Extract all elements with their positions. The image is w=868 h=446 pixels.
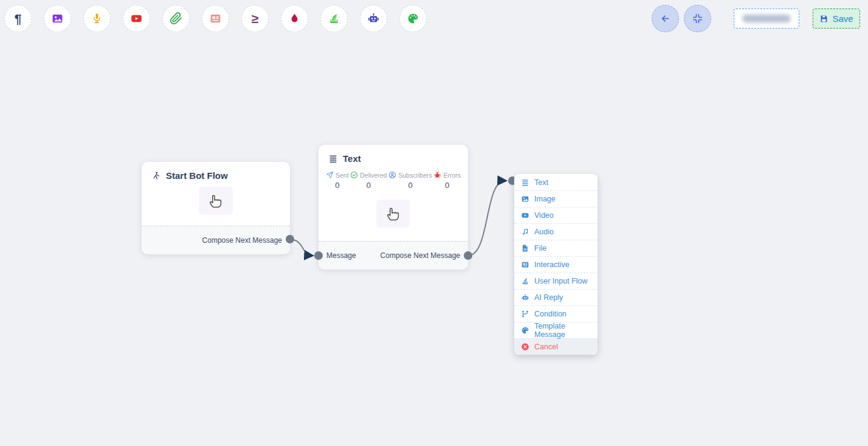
edge-text-to-menu [468, 181, 505, 256]
edge-start-to-text [290, 239, 312, 256]
stat-label: Sent [336, 172, 349, 179]
circle-check-icon [350, 171, 358, 179]
menu-item-condition[interactable]: Condition [514, 305, 598, 322]
back-button[interactable] [652, 5, 679, 32]
paragraph-icon: ¶ [15, 12, 22, 25]
arrow-left-icon [660, 13, 671, 24]
stat-value: 0 [445, 181, 449, 190]
menu-item-label: User Input Flow [534, 277, 588, 285]
start-node-footer: Compose Next Message [142, 226, 290, 254]
toolbar-template-message-button[interactable] [399, 5, 427, 32]
text-node-footer: Message Compose Next Message [319, 241, 468, 270]
fit-view-button[interactable] [684, 5, 711, 32]
greater-equal-icon: ≥ [252, 12, 259, 25]
menu-item-cancel[interactable]: Cancel [514, 338, 598, 355]
start-node-header: Start Bot Flow [142, 162, 290, 181]
newspaper-icon [209, 12, 222, 25]
menu-item-label: Text [534, 178, 548, 187]
paper-plane-icon [326, 171, 334, 179]
stat-value: 0 [367, 181, 371, 190]
code-branch-icon [521, 310, 529, 318]
staggered-stack-icon [521, 277, 529, 285]
menu-item-label: Template Message [534, 322, 598, 339]
menu-item-ai-reply[interactable]: AI Reply [514, 289, 598, 305]
file-icon [521, 244, 529, 253]
menu-item-user-input-flow[interactable]: User Input Flow [514, 273, 598, 289]
node-type-toolbar: ¶ ≥ [4, 5, 427, 32]
menu-item-label: Condition [534, 310, 567, 318]
toolbar-drip-button[interactable] [281, 5, 308, 32]
toolbar-greater-equal-button[interactable]: ≥ [241, 5, 269, 32]
hand-cursor-icon [385, 205, 402, 222]
menu-item-label: Image [534, 195, 556, 203]
menu-item-template-message[interactable]: Template Message [514, 322, 598, 338]
stat-label: Errors [443, 172, 461, 179]
text-node-title: Text [343, 153, 361, 164]
flow-name-input[interactable] [734, 9, 799, 29]
staggered-stack-icon [328, 12, 340, 25]
add-node-menu: Text Image Video Audio File Interactive … [514, 174, 598, 355]
align-justify-icon [328, 154, 338, 164]
menu-item-image[interactable]: Image [514, 190, 598, 207]
text-node-stats: Sent 0 Delivered 0 Subscribers 0 Errors … [319, 164, 468, 190]
text-output-port-label[interactable]: Compose Next Message [381, 251, 460, 260]
drag-handle[interactable] [199, 187, 233, 215]
drag-handle[interactable] [376, 200, 410, 228]
palette-icon [521, 326, 529, 335]
stat-subscribers: Subscribers 0 [388, 171, 432, 190]
image-icon [521, 195, 529, 203]
circle-x-icon [521, 343, 529, 351]
toolbar-audio-button[interactable] [83, 5, 111, 32]
text-node[interactable]: Text Sent 0 Delivered 0 Subscribers 0 Er… [319, 145, 468, 270]
align-justify-icon [521, 178, 529, 187]
save-button-label: Save [832, 13, 853, 24]
toolbar-video-button[interactable] [123, 5, 150, 32]
stat-label: Delivered [360, 172, 387, 179]
menu-item-label: Interactive [534, 260, 570, 269]
menu-item-file[interactable]: File [514, 240, 598, 256]
toolbar-text-button[interactable]: ¶ [4, 5, 32, 32]
compress-icon [692, 13, 703, 24]
menu-item-label: AI Reply [534, 293, 563, 302]
menu-item-video[interactable]: Video [514, 207, 598, 223]
text-node-header: Text [319, 145, 468, 164]
newspaper-icon [521, 260, 529, 269]
start-bot-flow-node[interactable]: Start Bot Flow Compose Next Message [142, 162, 290, 254]
menu-item-label: Audio [534, 228, 554, 236]
robot-icon [521, 293, 529, 302]
youtube-play-icon [130, 12, 143, 25]
robot-icon [367, 12, 380, 25]
redacted-flow-name [742, 15, 791, 23]
floppy-icon [819, 14, 828, 23]
text-input-port-label[interactable]: Message [326, 251, 356, 260]
stat-delivered: Delivered 0 [350, 171, 387, 190]
stat-value: 0 [408, 181, 412, 190]
start-output-port-label[interactable]: Compose Next Message [202, 236, 282, 245]
menu-item-audio[interactable]: Audio [514, 223, 598, 240]
paperclip-icon [170, 12, 182, 25]
microphone-icon [91, 12, 103, 25]
stat-value: 0 [335, 181, 339, 190]
menu-item-label: Video [534, 211, 554, 220]
palette-icon [407, 12, 419, 25]
save-button[interactable]: Save [813, 9, 860, 29]
walking-person-icon [151, 171, 161, 181]
toolbar-file-button[interactable] [162, 5, 190, 32]
bug-icon [433, 171, 441, 179]
start-node-title: Start Bot Flow [166, 170, 228, 181]
image-icon [51, 12, 64, 25]
music-note-icon [521, 228, 529, 236]
droplet-icon [288, 12, 301, 25]
toolbar-interactive-button[interactable] [202, 5, 229, 32]
youtube-play-icon [521, 211, 529, 220]
stat-errors: Errors 0 [433, 171, 461, 190]
user-circle-icon [388, 171, 396, 179]
toolbar-user-input-flow-button[interactable] [320, 5, 348, 32]
menu-item-text[interactable]: Text [514, 174, 598, 190]
stat-sent: Sent 0 [326, 171, 349, 190]
toolbar-ai-reply-button[interactable] [360, 5, 387, 32]
menu-item-interactive[interactable]: Interactive [514, 256, 598, 273]
toolbar-image-button[interactable] [44, 5, 71, 32]
menu-item-label: Cancel [534, 343, 558, 351]
menu-item-label: File [534, 244, 546, 253]
